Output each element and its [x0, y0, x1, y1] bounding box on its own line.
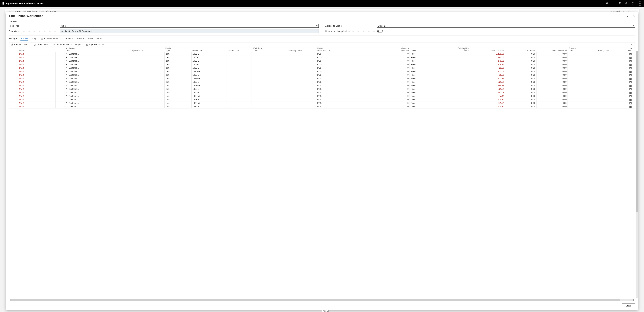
app-title: Dynamics 365 Business Central [6, 2, 44, 5]
help-icon[interactable] [632, 2, 634, 5]
search-icon[interactable] [606, 2, 608, 5]
svg-point-5 [633, 4, 633, 4]
settings-icon[interactable] [625, 2, 628, 5]
svg-line-1 [608, 4, 608, 4]
price-worksheet-dialog: Edit - Price Worksheet General Price Typ… [6, 12, 638, 14]
svg-point-4 [632, 2, 634, 4]
flag-icon[interactable] [619, 2, 621, 5]
svg-point-3 [626, 3, 627, 4]
user-avatar[interactable]: IK [638, 1, 642, 6]
svg-point-0 [606, 2, 608, 4]
app-header: Dynamics 365 Business Central IK [0, 0, 644, 7]
notifications-icon[interactable] [612, 2, 615, 5]
app-launcher-icon[interactable] [2, 2, 4, 4]
svg-line-9 [635, 11, 636, 11]
